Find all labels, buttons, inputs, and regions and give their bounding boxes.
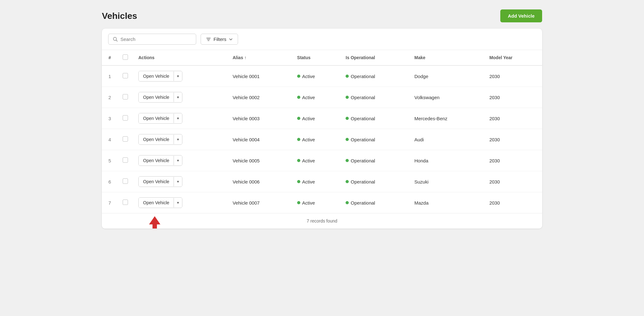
operational-label: Operational	[351, 200, 375, 206]
row-checkbox[interactable]	[123, 178, 128, 184]
table-row: 1 Open Vehicle ▾ Vehicle 0001 Active Ope…	[102, 65, 542, 87]
open-vehicle-button[interactable]: Open Vehicle	[139, 92, 174, 102]
row-is-operational: Operational	[341, 192, 409, 213]
operational-label: Operational	[351, 116, 375, 121]
row-status: Active	[292, 87, 341, 108]
status-label: Active	[302, 116, 315, 121]
open-vehicle-button[interactable]: Open Vehicle	[139, 198, 174, 208]
page-title: Vehicles	[102, 11, 137, 21]
operational-label: Operational	[351, 158, 375, 163]
row-alias: Vehicle 0005	[228, 150, 292, 171]
row-is-operational: Operational	[341, 150, 409, 171]
row-number: 6	[102, 171, 118, 192]
row-number: 4	[102, 129, 118, 150]
search-input[interactable]	[120, 37, 192, 42]
main-card: Filters # Actions Alias ↑ Status	[102, 29, 542, 229]
row-model-year: 2030	[484, 65, 542, 87]
filters-button[interactable]: Filters	[201, 34, 238, 45]
row-checkbox[interactable]	[123, 115, 128, 121]
add-vehicle-button[interactable]: Add Vehicle	[500, 9, 542, 22]
page-wrapper: Vehicles Add Vehicle Filters	[102, 9, 542, 229]
chevron-down-icon	[229, 37, 233, 41]
row-is-operational: Operational	[341, 108, 409, 129]
row-make: Mazda	[409, 192, 484, 213]
open-vehicle-button[interactable]: Open Vehicle	[139, 155, 174, 166]
row-checkbox-cell	[118, 65, 133, 87]
row-number: 7	[102, 192, 118, 213]
open-vehicle-button[interactable]: Open Vehicle	[139, 113, 174, 123]
table-row: 3 Open Vehicle ▾ Vehicle 0003 Active Ope…	[102, 108, 542, 129]
row-status: Active	[292, 129, 341, 150]
col-alias[interactable]: Alias ↑	[228, 50, 292, 65]
operational-dot	[346, 75, 349, 78]
action-dropdown-button[interactable]: ▾	[174, 114, 182, 123]
status-label: Active	[302, 74, 315, 79]
row-make: Mercedes-Benz	[409, 108, 484, 129]
row-checkbox[interactable]	[123, 94, 128, 99]
row-status: Active	[292, 108, 341, 129]
row-make: Volkswagen	[409, 87, 484, 108]
row-checkbox-cell	[118, 129, 133, 150]
operational-label: Operational	[351, 74, 375, 79]
row-make: Suzuki	[409, 171, 484, 192]
alias-sort-icon: ↑	[244, 55, 247, 60]
table-row: 2 Open Vehicle ▾ Vehicle 0002 Active Ope…	[102, 87, 542, 108]
action-button-group: Open Vehicle ▾	[138, 92, 182, 103]
action-button-group: Open Vehicle ▾	[138, 197, 182, 208]
action-button-group: Open Vehicle ▾	[138, 176, 182, 187]
row-action-cell: Open Vehicle ▾	[133, 129, 228, 150]
status-dot	[297, 201, 300, 204]
row-checkbox[interactable]	[123, 200, 128, 205]
action-dropdown-button[interactable]: ▾	[174, 135, 182, 144]
action-dropdown-button[interactable]: ▾	[174, 198, 182, 207]
operational-dot	[346, 159, 349, 162]
open-vehicle-button[interactable]: Open Vehicle	[139, 177, 174, 187]
row-action-cell: Open Vehicle ▾	[133, 192, 228, 213]
row-action-cell: Open Vehicle ▾	[133, 171, 228, 192]
action-dropdown-button[interactable]: ▾	[174, 156, 182, 165]
vehicles-table: # Actions Alias ↑ Status Is Operational …	[102, 50, 542, 229]
select-all-checkbox[interactable]	[123, 54, 128, 60]
row-status: Active	[292, 65, 341, 87]
row-status: Active	[292, 192, 341, 213]
row-action-cell: Open Vehicle ▾	[133, 108, 228, 129]
row-alias: Vehicle 0004	[228, 129, 292, 150]
operational-dot	[346, 117, 349, 120]
col-is-operational: Is Operational	[341, 50, 409, 65]
row-checkbox[interactable]	[123, 73, 128, 78]
operational-label: Operational	[351, 95, 375, 100]
open-vehicle-button[interactable]: Open Vehicle	[139, 134, 174, 144]
row-is-operational: Operational	[341, 65, 409, 87]
table-row: 5 Open Vehicle ▾ Vehicle 0005 Active Ope…	[102, 150, 542, 171]
open-vehicle-button[interactable]: Open Vehicle	[139, 71, 174, 81]
action-button-group: Open Vehicle ▾	[138, 71, 182, 82]
action-dropdown-button[interactable]: ▾	[174, 93, 182, 102]
action-dropdown-button[interactable]: ▾	[174, 71, 182, 81]
operational-label: Operational	[351, 137, 375, 142]
table-row: 7 Open Vehicle ▾ Vehicle 0007 Active	[102, 192, 542, 213]
row-number: 2	[102, 87, 118, 108]
col-actions: Actions	[133, 50, 228, 65]
row-checkbox[interactable]	[123, 157, 128, 163]
status-label: Active	[302, 158, 315, 163]
action-button-group: Open Vehicle ▾	[138, 134, 182, 145]
row-action-cell: Open Vehicle ▾	[133, 65, 228, 87]
row-checkbox[interactable]	[123, 136, 128, 142]
operational-dot	[346, 180, 349, 183]
table-row: 6 Open Vehicle ▾ Vehicle 0006 Active Ope…	[102, 171, 542, 192]
status-dot	[297, 180, 300, 183]
status-dot	[297, 159, 300, 162]
status-label: Active	[302, 200, 315, 206]
col-make: Make	[409, 50, 484, 65]
row-number: 1	[102, 65, 118, 87]
row-alias: Vehicle 0002	[228, 87, 292, 108]
row-number: 5	[102, 150, 118, 171]
toolbar: Filters	[102, 29, 542, 50]
row-action-cell: Open Vehicle ▾	[133, 150, 228, 171]
col-checkbox	[118, 50, 133, 65]
row-model-year: 2030	[484, 192, 542, 213]
operational-dot	[346, 201, 349, 204]
row-checkbox-cell	[118, 108, 133, 129]
row-number: 3	[102, 108, 118, 129]
action-dropdown-button[interactable]: ▾	[174, 177, 182, 186]
